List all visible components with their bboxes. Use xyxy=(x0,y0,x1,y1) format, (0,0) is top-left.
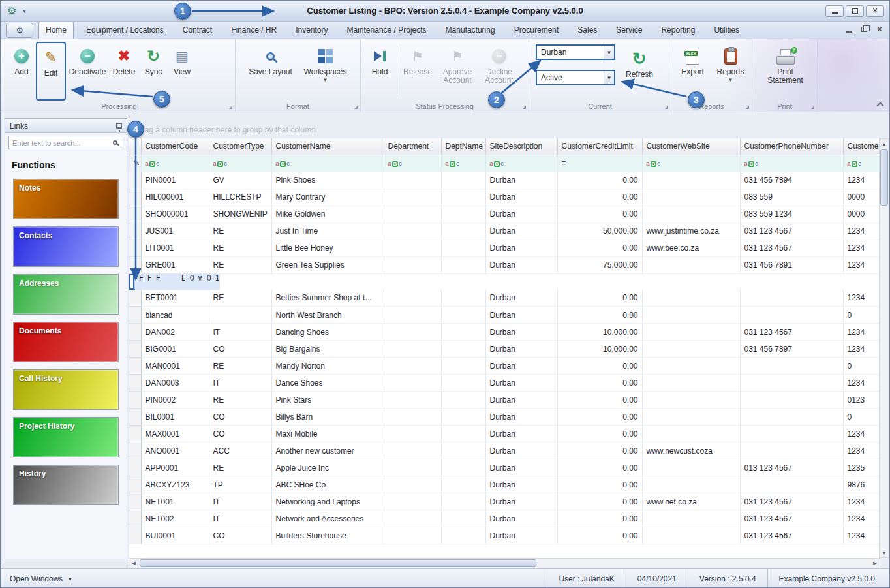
function-item-notes[interactable]: Notes xyxy=(13,179,119,219)
column-header-customertype[interactable]: CustomerType xyxy=(209,138,271,155)
search-input[interactable] xyxy=(9,138,113,148)
table-row[interactable]: BIL0001COBillys BarnDurban0.000 xyxy=(129,409,880,426)
site-dropdown-caret-icon[interactable]: ▼ xyxy=(604,46,614,59)
tab-inventory[interactable]: Inventory xyxy=(289,22,334,39)
table-row[interactable]: LIT0001RELittle Bee HoneyDurban0.00www.b… xyxy=(129,240,880,256)
release-button[interactable]: ⚑ Release xyxy=(399,42,436,101)
print-statement-button[interactable]: ? Print Statement xyxy=(763,42,808,101)
column-header-deptname[interactable]: DeptName xyxy=(441,138,485,155)
function-item-project-history[interactable]: Project History xyxy=(13,417,119,457)
site-dropdown[interactable]: Durban ▼ xyxy=(536,44,615,60)
column-header-customercreditlimit[interactable]: CustomerCreditLimit xyxy=(557,138,642,155)
maximize-button[interactable] xyxy=(846,5,864,17)
dialog-launcher-icon[interactable] xyxy=(523,106,526,109)
column-header-department[interactable]: Department xyxy=(384,138,441,155)
function-item-history[interactable]: History xyxy=(13,465,119,505)
add-button[interactable]: + Add xyxy=(7,42,36,101)
horizontal-scroll-thumb[interactable] xyxy=(140,559,536,567)
status-dropdown[interactable]: Active ▼ xyxy=(536,70,615,85)
dialog-launcher-icon[interactable] xyxy=(746,106,749,109)
status-dropdown-caret-icon[interactable]: ▼ xyxy=(604,71,614,84)
collapse-ribbon-icon[interactable] xyxy=(876,102,883,109)
save-layout-button[interactable]: Save Layout xyxy=(247,42,294,101)
open-windows-button[interactable]: Open Windows ▼ xyxy=(1,574,82,583)
function-item-contacts[interactable]: Contacts xyxy=(13,226,119,267)
table-row[interactable]: biancadNorth West BranchDurban0.000 xyxy=(129,307,880,324)
scroll-up-icon[interactable]: ▲ xyxy=(880,139,889,148)
function-item-documents[interactable]: Documents xyxy=(13,322,119,362)
scroll-down-icon[interactable]: ▼ xyxy=(880,548,889,557)
filter-cell-custome[interactable]: aBc xyxy=(843,155,880,172)
filter-cell-department[interactable]: aBc xyxy=(384,155,441,172)
function-item-addresses[interactable]: Addresses xyxy=(13,274,119,315)
tab-finance-hr[interactable]: Finance / HR xyxy=(224,22,283,39)
workspaces-button[interactable]: Workspaces ▼ xyxy=(301,42,350,101)
table-row[interactable]: MAX0001COMaxi MobileDurban0.001234 xyxy=(129,426,880,442)
column-header-customername[interactable]: CustomerName xyxy=(271,138,384,155)
table-row[interactable]: DAN0003ITDance ShoesDurban0.001234 xyxy=(129,375,880,392)
tab-home[interactable]: Home xyxy=(38,22,74,39)
column-header-customerwebsite[interactable]: CustomerWebSite xyxy=(642,138,740,155)
filter-cell-customername[interactable]: aBc xyxy=(271,155,384,172)
filter-cell-customerphonenumber[interactable]: aBc xyxy=(740,155,843,172)
filter-cell-customercode[interactable]: aBc xyxy=(141,155,209,172)
table-row[interactable]: MAN0001REMandy NortonDurban0.000 xyxy=(129,358,880,375)
filter-cell-customertype[interactable]: aBc xyxy=(209,155,271,172)
deactivate-button[interactable]: − Deactivate xyxy=(66,42,109,101)
tab-utilities[interactable]: Utilities xyxy=(707,22,746,39)
filter-cell-customerwebsite[interactable]: aBc xyxy=(642,155,740,172)
tab-equipment-locations[interactable]: Equipment / Locations xyxy=(80,22,170,39)
mdi-close-icon[interactable]: ✕ xyxy=(876,25,883,33)
filter-cell-customercreditlimit[interactable]: = xyxy=(557,155,642,172)
application-menu-button[interactable]: ⚙ xyxy=(6,23,33,38)
view-button[interactable]: ▤ View xyxy=(168,42,196,101)
dialog-launcher-icon[interactable] xyxy=(229,106,232,109)
pin-icon[interactable] xyxy=(116,123,122,129)
tab-sales[interactable]: Sales xyxy=(571,22,604,39)
dialog-launcher-icon[interactable] xyxy=(811,106,814,109)
mdi-minimize-icon[interactable] xyxy=(846,31,852,33)
table-row[interactable]: BET0001REBetties Summer Shop at t...Durb… xyxy=(129,290,880,307)
hold-button[interactable]: Hold xyxy=(365,42,395,101)
refresh-button[interactable]: ↻ Refresh xyxy=(621,44,658,101)
table-row[interactable]: DAN002ITDancing ShoesDurban10,000.00031 … xyxy=(129,324,880,341)
minimize-button[interactable] xyxy=(825,5,844,17)
column-header-customercode[interactable]: CustomerCode xyxy=(141,138,209,155)
table-row[interactable]: BIG0001COBig BargainsDurban10,000.00031 … xyxy=(129,341,880,358)
tab-reporting[interactable]: Reporting xyxy=(654,22,701,39)
table-row[interactable]: HIL000001HILLCRESTPMary ContraryDurban0.… xyxy=(129,189,880,206)
table-row[interactable]: PIN0001GVPink ShoesDurban0.00031 456 789… xyxy=(129,172,880,189)
tab-procurement[interactable]: Procurement xyxy=(508,22,566,39)
table-row[interactable]: GRE001REGreen Tea SuppliesDurban75,000.0… xyxy=(129,256,880,273)
table-row[interactable]: NET002ITNetwork and AccessoriesDurban0.0… xyxy=(129,510,880,527)
edit-button[interactable]: ✎ Edit xyxy=(36,42,66,101)
scroll-left-icon[interactable]: ◀ xyxy=(129,559,138,568)
dialog-launcher-icon[interactable] xyxy=(665,106,668,109)
close-button[interactable]: ✕ xyxy=(866,5,884,17)
group-by-panel[interactable]: Drag a column header here to group by th… xyxy=(129,121,879,138)
table-row[interactable]: ▶FIN0001REFine Hair SalonDurban0.00www.f… xyxy=(129,274,209,290)
search-icon[interactable] xyxy=(113,140,117,145)
table-row[interactable]: JUS001REJust In TimeDurban50,000.00www.j… xyxy=(129,223,880,240)
column-header-custome[interactable]: Custome xyxy=(843,138,880,155)
table-row[interactable]: SHO000001SHONGWENIPMike GoldwenDurban0.0… xyxy=(129,206,880,223)
reports-button[interactable]: Reports ▼ xyxy=(713,42,748,101)
mdi-restore-icon[interactable] xyxy=(861,27,867,32)
tab-service[interactable]: Service xyxy=(609,22,649,39)
delete-button[interactable]: ✖ Delete xyxy=(109,42,139,101)
table-row[interactable]: ANO0001ACCAnother new customerDurban0.00… xyxy=(129,442,880,459)
table-row[interactable]: ABCXYZ123TPABC SHoe CoDurban0.009876 xyxy=(129,476,880,493)
filter-cell-sitedescription[interactable]: aBc xyxy=(485,155,557,172)
horizontal-scrollbar[interactable]: ◀ ▶ xyxy=(129,558,880,568)
dialog-launcher-icon[interactable] xyxy=(354,106,358,109)
vertical-scroll-thumb[interactable] xyxy=(880,149,888,206)
vertical-scrollbar[interactable]: ▲ ▼ xyxy=(879,138,889,558)
table-row[interactable]: APP0001REApple Juice IncDurban0.00013 12… xyxy=(129,459,880,476)
table-row[interactable]: NET001ITNetworking and LaptopsDurban0.00… xyxy=(129,493,880,510)
tab-manufacturing[interactable]: Manufacturing xyxy=(439,22,502,39)
tab-contract[interactable]: Contract xyxy=(176,22,219,39)
filter-cell-deptname[interactable]: aBc xyxy=(441,155,485,172)
column-header-sitedescription[interactable]: SiteDescription xyxy=(485,138,557,155)
scroll-right-icon[interactable]: ▶ xyxy=(870,559,880,568)
tab-maintenance-projects[interactable]: Maintenance / Projects xyxy=(341,22,433,39)
